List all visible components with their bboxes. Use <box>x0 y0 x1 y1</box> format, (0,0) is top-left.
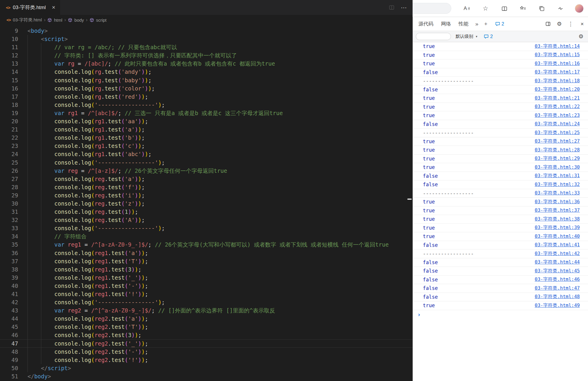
console-source-link[interactable]: 03-字符类.html:18 <box>535 78 580 84</box>
console-source-link[interactable]: 03-字符类.html:42 <box>535 251 580 257</box>
console-source-link[interactable]: 03-字符类.html:45 <box>535 268 580 274</box>
console-source-link[interactable]: 03-字符类.html:46 <box>535 276 580 283</box>
tab-close-icon[interactable]: × <box>52 4 55 11</box>
console-source-link[interactable]: 03-字符类.html:30 <box>535 164 580 170</box>
console-prompt[interactable]: › <box>413 310 588 319</box>
line-number[interactable]: 23 <box>0 142 18 150</box>
line-number[interactable]: 25 <box>0 158 18 167</box>
line-number[interactable]: 10 <box>0 35 18 43</box>
line-number[interactable]: 45 <box>0 323 18 331</box>
add-tab-icon[interactable]: + <box>481 21 490 27</box>
add-favorite-icon[interactable]: ☆ <box>481 4 490 13</box>
code-line-18[interactable]: 18console.log('-----------------'); <box>0 101 413 109</box>
code-line-29[interactable]: 29console.log(reg.test('i')); <box>0 191 413 199</box>
code-line-40[interactable]: 40console.log(reg1.test('-')); <box>0 282 413 290</box>
line-number[interactable]: 13 <box>0 59 18 68</box>
line-number[interactable]: 50 <box>0 364 18 372</box>
code-line-25[interactable]: 25console.log('-----------------'); <box>0 158 413 167</box>
console-source-link[interactable]: 03-字符类.html:31 <box>535 173 580 179</box>
line-number[interactable]: 21 <box>0 125 18 134</box>
line-number[interactable]: 12 <box>0 51 18 59</box>
console-source-link[interactable]: 03-字符类.html:20 <box>535 86 580 93</box>
line-number[interactable]: 28 <box>0 183 18 191</box>
code-line-39[interactable]: 39console.log(reg1.test('_')); <box>0 274 413 282</box>
line-number[interactable]: 36 <box>0 249 18 257</box>
line-number[interactable]: 47 <box>0 339 18 348</box>
code-line-38[interactable]: 38console.log(reg1.test(3)); <box>0 265 413 274</box>
line-number[interactable]: 42 <box>0 298 18 306</box>
console-source-link[interactable]: 03-字符类.html:47 <box>535 285 580 291</box>
console-source-link[interactable]: 03-字符类.html:49 <box>535 303 580 309</box>
line-number[interactable]: 44 <box>0 315 18 323</box>
console-source-link[interactable]: 03-字符类.html:23 <box>535 112 580 119</box>
breadcrumb-file[interactable]: 03-字符类.html <box>13 17 42 23</box>
line-number[interactable]: 9 <box>0 27 18 35</box>
line-number[interactable]: 34 <box>0 232 18 240</box>
code-line-10[interactable]: 10<script> <box>0 35 413 43</box>
console-source-link[interactable]: 03-字符类.html:29 <box>535 156 580 162</box>
line-number[interactable]: 40 <box>0 282 18 290</box>
console-source-link[interactable]: 03-字符类.html:41 <box>535 242 580 248</box>
dock-side-icon[interactable] <box>544 20 551 28</box>
line-number[interactable]: 19 <box>0 109 18 117</box>
code-line-48[interactable]: 48console.log(reg2.test('-')); <box>0 348 413 356</box>
line-number[interactable]: 43 <box>0 306 18 315</box>
line-number[interactable]: 35 <box>0 240 18 249</box>
line-number[interactable]: 26 <box>0 167 18 175</box>
scrollbar-thumb[interactable] <box>407 199 412 200</box>
log-level-dropdown[interactable]: 默认级别 ▼ <box>456 34 478 39</box>
code-line-37[interactable]: 37console.log(reg1.test('T')); <box>0 257 413 265</box>
code-line-30[interactable]: 30console.log(reg.test('z')); <box>0 199 413 208</box>
console-source-link[interactable]: 03-字符类.html:40 <box>535 233 580 240</box>
console-source-link[interactable]: 03-字符类.html:17 <box>535 69 580 75</box>
console-source-link[interactable]: 03-字符类.html:33 <box>535 190 580 196</box>
line-number[interactable]: 17 <box>0 93 18 101</box>
code-line-42[interactable]: 42console.log('-----------------'); <box>0 298 413 306</box>
issues-badge[interactable]: 2 <box>495 21 504 27</box>
code-line-47[interactable]: 47console.log(reg2.test('_')); <box>0 339 413 348</box>
code-line-19[interactable]: 19var rg1 = /^[abc]$/; // 三选一 只有是a 或者是b … <box>0 109 413 117</box>
editor-tab[interactable]: <> 03-字符类.html × <box>0 0 60 15</box>
code-line-16[interactable]: 16console.log(rg.test('color')); <box>0 84 413 93</box>
code-line-34[interactable]: 34// 字符组合 <box>0 232 413 240</box>
code-line-36[interactable]: 36console.log(reg1.test('a')); <box>0 249 413 257</box>
line-number[interactable]: 29 <box>0 191 18 199</box>
line-number[interactable]: 11 <box>0 43 18 51</box>
console-source-link[interactable]: 03-字符类.html:37 <box>535 207 580 213</box>
devtools-settings-icon[interactable]: ⚙ <box>556 20 563 28</box>
code-editor[interactable]: 9<body>10<script>11// var rg = /abc/; //… <box>0 25 413 381</box>
tab-sources[interactable]: 源代码 <box>415 20 437 27</box>
line-number[interactable]: 38 <box>0 265 18 274</box>
code-line-26[interactable]: 26var reg = /^[a-z]$/; // 26个英文字母任何一个字母返… <box>0 167 413 175</box>
code-line-50[interactable]: 50</script> <box>0 364 413 372</box>
code-line-9[interactable]: 9<body> <box>0 27 413 35</box>
code-line-33[interactable]: 33console.log('-----------------'); <box>0 224 413 232</box>
console-source-link[interactable]: 03-字符类.html:15 <box>535 52 580 58</box>
code-line-35[interactable]: 35var reg1 = /^[a-zA-Z0-9_-]$/; // 26个英文… <box>0 240 413 249</box>
console-source-link[interactable]: 03-字符类.html:38 <box>535 216 580 222</box>
console-source-link[interactable]: 03-字符类.html:39 <box>535 225 580 231</box>
line-number[interactable]: 49 <box>0 356 18 364</box>
line-number[interactable]: 18 <box>0 101 18 109</box>
split-screen-icon[interactable] <box>499 4 509 13</box>
console-source-link[interactable]: 03-字符类.html:48 <box>535 294 580 300</box>
code-line-23[interactable]: 23console.log(rg1.test('c')); <box>0 142 413 150</box>
console-source-link[interactable]: 03-字符类.html:44 <box>535 259 580 265</box>
split-editor-icon[interactable] <box>388 4 395 11</box>
code-line-31[interactable]: 31console.log(reg.test(1)); <box>0 208 413 216</box>
code-line-46[interactable]: 46console.log(reg2.test(3)); <box>0 331 413 339</box>
code-line-15[interactable]: 15console.log(rg.test('baby')); <box>0 76 413 84</box>
line-number[interactable]: 41 <box>0 290 18 298</box>
console-source-link[interactable]: 03-字符类.html:28 <box>535 147 580 153</box>
line-number[interactable]: 15 <box>0 76 18 84</box>
line-number[interactable]: 51 <box>0 372 18 380</box>
line-number[interactable]: 24 <box>0 150 18 158</box>
console-source-link[interactable]: 03-字符类.html:14 <box>535 43 580 49</box>
console-source-link[interactable]: 03-字符类.html:27 <box>535 138 580 144</box>
tab-performance[interactable]: 性能 <box>455 20 472 27</box>
tab-network[interactable]: 网络 <box>437 20 455 27</box>
line-number[interactable]: 20 <box>0 117 18 125</box>
code-line-17[interactable]: 17console.log(rg.test('red')); <box>0 93 413 101</box>
breadcrumb-body[interactable]: body <box>74 18 84 23</box>
line-number[interactable]: 16 <box>0 84 18 93</box>
